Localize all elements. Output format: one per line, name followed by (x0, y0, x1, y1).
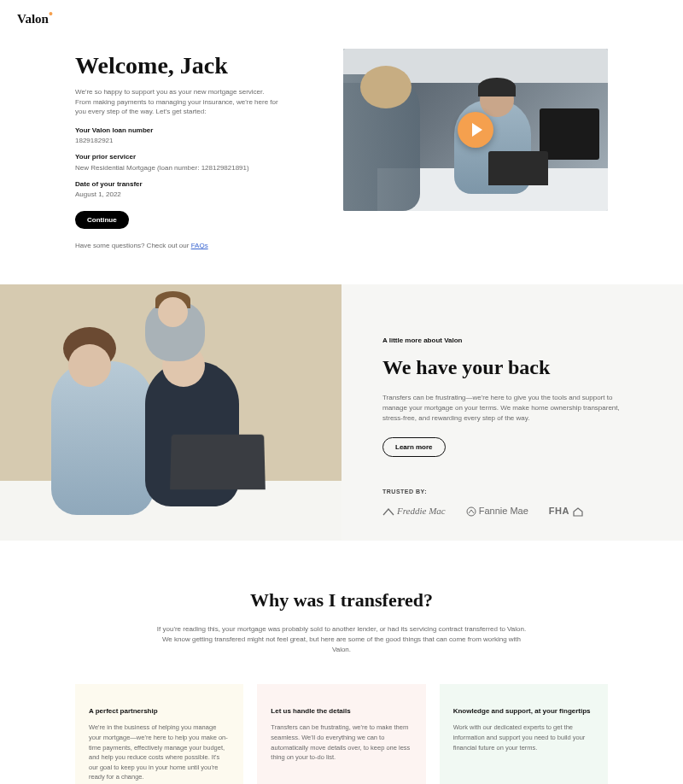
benefit-card-partnership: A perfect partnership We're in the busin… (75, 684, 243, 784)
svg-point-0 (467, 507, 476, 516)
transfer-date-value: August 1, 2022 (75, 190, 309, 199)
transfer-title: Why was I transfered? (75, 588, 608, 614)
card-body: Work with our dedicated experts to get t… (453, 723, 594, 752)
benefit-card-details: Let us handle the details Transfers can … (257, 684, 425, 784)
learn-more-button[interactable]: Learn more (382, 437, 446, 457)
card-title: Knowledge and support, at your fingertip… (453, 706, 594, 716)
logo[interactable]: Valon• (17, 12, 53, 26)
faq-link[interactable]: FAQs (191, 242, 208, 249)
card-title: A perfect partnership (89, 706, 230, 716)
card-body: We're in the business of helping you man… (89, 723, 230, 782)
benefit-card-knowledge: Knowledge and support, at your fingertip… (440, 684, 608, 784)
fha-logo: FHA (549, 505, 584, 518)
card-body: Transfers can be frustrating, we're to m… (271, 723, 412, 763)
circle-house-icon (466, 506, 476, 517)
transfer-section: Why was I transfered? If you're reading … (0, 541, 683, 784)
fannie-mae-logo: Fannie Mae (466, 505, 528, 518)
transfer-body: If you're reading this, your mortgage wa… (154, 624, 529, 655)
play-icon[interactable] (458, 112, 493, 148)
intro-video[interactable] (343, 49, 608, 211)
about-title: We have your back (382, 354, 642, 383)
welcome-title: Welcome, Jack (75, 49, 309, 82)
header: Valon• (0, 0, 683, 32)
hero-section: Welcome, Jack We're so happy to support … (0, 32, 683, 276)
continue-button[interactable]: Continue (75, 211, 129, 229)
house-roof-icon (382, 507, 394, 516)
welcome-subtitle: We're so happy to support you as your ne… (75, 87, 280, 117)
house-icon (572, 506, 584, 517)
about-section: A little more about Valon We have your b… (0, 284, 683, 541)
loan-number-value: 1829182921 (75, 136, 309, 145)
trusted-by-label: TRUSTED BY: (382, 488, 642, 496)
prior-servicer-label: Your prior servicer (75, 152, 309, 161)
transfer-date-label: Date of your transfer (75, 179, 309, 189)
about-eyebrow: A little more about Valon (382, 336, 642, 345)
card-title: Let us handle the details (271, 706, 412, 716)
family-image (0, 284, 342, 541)
loan-number-label: Your Valon loan number (75, 126, 309, 135)
faq-line: Have some questions? Check out our FAQs (75, 241, 309, 250)
benefit-cards: A perfect partnership We're in the busin… (75, 684, 608, 784)
freddie-mac-logo: Freddie Mac (382, 505, 446, 518)
about-body: Transfers can be frustrating—we're here … (382, 393, 622, 424)
trust-logos: Freddie Mac Fannie Mae FHA (382, 505, 642, 518)
prior-servicer-value: New Residential Mortgage (loan number: 1… (75, 163, 309, 173)
